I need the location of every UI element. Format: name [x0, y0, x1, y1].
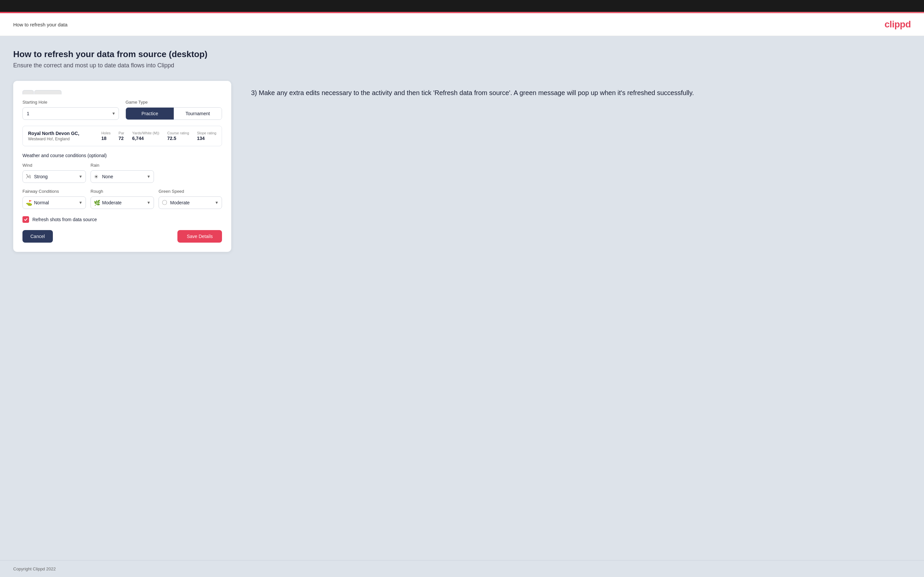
page-heading: How to refresh your data from source (de… [13, 49, 911, 60]
yards-stat: Yards/White (M)) 6,744 [132, 131, 159, 141]
holes-label: Holes [102, 131, 111, 135]
sidebar-description: 3) Make any extra edits necessary to the… [251, 87, 911, 98]
yards-value: 6,744 [132, 136, 144, 141]
par-label: Par [119, 131, 124, 135]
main-content: How to refresh your data from source (de… [0, 36, 924, 560]
green-speed-select-wrapper: 〇 Moderate Slow Fast ▼ [158, 197, 222, 209]
wind-select-wrapper: 🌬 Strong Mild None ▼ [23, 170, 86, 183]
holes-stat: Holes 18 [102, 131, 111, 141]
course-rating-stat: Course rating 72.5 [167, 131, 189, 141]
sidebar-text: 3) Make any extra edits necessary to the… [251, 81, 911, 98]
practice-button[interactable]: Practice [126, 108, 174, 119]
green-speed-label: Green Speed [158, 189, 222, 194]
footer-copyright: Copyright Clippd 2022 [13, 566, 56, 571]
rain-group: Rain ☀ None Light Heavy ▼ [90, 163, 154, 183]
rain-select-wrapper: ☀ None Light Heavy ▼ [90, 170, 154, 183]
footer: Copyright Clippd 2022 [0, 560, 924, 577]
top-bar [0, 0, 924, 12]
rain-label: Rain [90, 163, 154, 168]
checkmark-icon [24, 218, 28, 221]
green-speed-select[interactable]: Moderate Slow Fast [158, 197, 222, 209]
par-value: 72 [119, 136, 124, 141]
course-location: Westward Ho!, England [28, 137, 95, 141]
rain-icon: ☀ [94, 174, 99, 180]
fairway-label: Fairway Conditions [23, 189, 86, 194]
form-card: Starting Hole 1 10 ▼ Game Type Practice … [13, 81, 231, 252]
starting-hole-game-type-row: Starting Hole 1 10 ▼ Game Type Practice … [23, 100, 222, 120]
content-layout: Starting Hole 1 10 ▼ Game Type Practice … [13, 81, 911, 252]
cancel-button[interactable]: Cancel [23, 230, 53, 243]
refresh-checkbox-row: Refresh shots from data source [23, 216, 222, 223]
slope-rating-label: Slope rating [197, 131, 216, 135]
conditions-row-2: Fairway Conditions ⛳ Normal Soft Firm ▼ … [23, 189, 222, 209]
course-info-box: Royal North Devon GC, Westward Ho!, Engl… [23, 126, 222, 146]
yards-label: Yards/White (M)) [132, 131, 159, 135]
refresh-checkbox-label: Refresh shots from data source [32, 217, 97, 222]
starting-hole-select[interactable]: 1 10 [23, 107, 119, 120]
button-row: Cancel Save Details [23, 230, 222, 243]
rough-select-wrapper: 🌿 Moderate Light Heavy ▼ [90, 197, 154, 209]
weather-section-label: Weather and course conditions (optional) [23, 153, 222, 158]
wind-rain-row: Wind 🌬 Strong Mild None ▼ Rain ☀ [23, 163, 222, 183]
green-speed-icon: 〇 [162, 199, 167, 206]
rough-group: Rough 🌿 Moderate Light Heavy ▼ [90, 189, 154, 209]
logo: clippd [885, 19, 911, 30]
course-name: Royal North Devon GC, [28, 131, 95, 136]
starting-hole-group: Starting Hole 1 10 ▼ [23, 100, 119, 120]
rough-label: Rough [90, 189, 154, 194]
wind-group: Wind 🌬 Strong Mild None ▼ [23, 163, 86, 183]
game-type-label: Game Type [126, 100, 222, 105]
tournament-button[interactable]: Tournament [174, 108, 222, 119]
slope-rating-value: 134 [197, 136, 205, 141]
wind-label: Wind [23, 163, 86, 168]
starting-hole-select-wrapper: 1 10 ▼ [23, 107, 119, 120]
course-stats: Holes 18 Par 72 Yards/White (M)) 6,744 C… [102, 131, 216, 141]
holes-value: 18 [102, 136, 107, 141]
rough-icon: 🌿 [94, 200, 100, 206]
fairway-icon: ⛳ [26, 200, 32, 206]
starting-hole-label: Starting Hole [23, 100, 119, 105]
slope-rating-stat: Slope rating 134 [197, 131, 216, 141]
tab-stub-1[interactable] [23, 90, 34, 94]
wind-icon: 🌬 [26, 174, 31, 180]
course-rating-value: 72.5 [167, 136, 176, 141]
page-subheading: Ensure the correct and most up to date d… [13, 62, 911, 69]
refresh-checkbox[interactable] [23, 216, 29, 223]
game-type-toggle: Practice Tournament [126, 107, 222, 120]
game-type-group: Game Type Practice Tournament [126, 100, 222, 120]
tab-stub-2[interactable] [34, 90, 61, 94]
course-name-col: Royal North Devon GC, Westward Ho!, Engl… [28, 131, 95, 141]
course-rating-label: Course rating [167, 131, 189, 135]
header-title: How to refresh your data [13, 22, 68, 27]
wind-select[interactable]: Strong Mild None [23, 170, 86, 183]
fairway-select-wrapper: ⛳ Normal Soft Firm ▼ [23, 197, 86, 209]
save-details-button[interactable]: Save Details [178, 230, 222, 243]
header: How to refresh your data clippd [0, 13, 924, 36]
rain-select[interactable]: None Light Heavy [90, 170, 154, 183]
par-stat: Par 72 [119, 131, 124, 141]
fairway-group: Fairway Conditions ⛳ Normal Soft Firm ▼ [23, 189, 86, 209]
green-speed-group: Green Speed 〇 Moderate Slow Fast ▼ [158, 189, 222, 209]
